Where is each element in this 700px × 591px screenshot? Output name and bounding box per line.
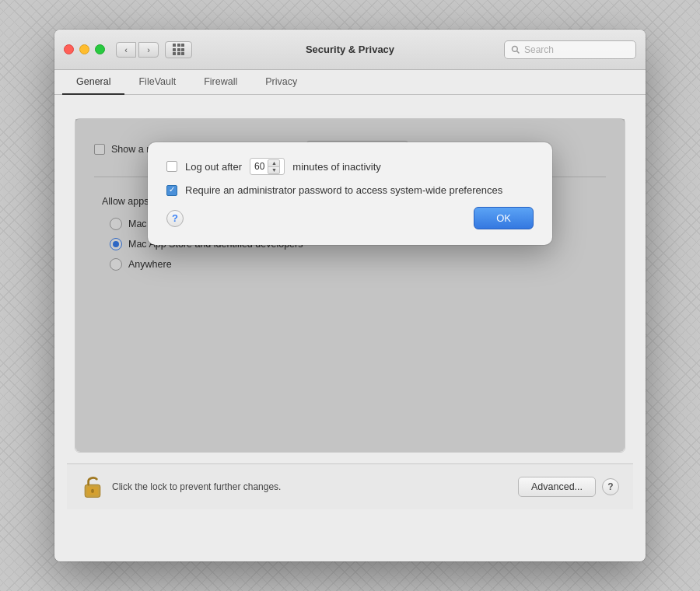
logout-checkbox[interactable]: [166, 161, 177, 172]
help-button[interactable]: ?: [602, 478, 619, 495]
svg-line-1: [517, 51, 520, 53]
grid-button[interactable]: [165, 41, 192, 58]
advanced-button[interactable]: Advanced...: [518, 477, 596, 497]
dialog-overlay: Log out after 60 ▲ ▼ minutes of inactivi…: [75, 119, 625, 452]
titlebar: ‹ › Security & Privacy Search: [54, 30, 646, 70]
ok-button[interactable]: OK: [474, 207, 534, 229]
content-area: Show a message when the screen is locked…: [54, 95, 646, 561]
grid-icon: [173, 44, 184, 55]
tab-general[interactable]: General: [62, 70, 124, 95]
bottom-bar: Click the lock to prevent further change…: [67, 463, 633, 509]
lock-icon[interactable]: [81, 474, 104, 500]
forward-button[interactable]: ›: [138, 42, 159, 58]
logout-row: Log out after 60 ▲ ▼ minutes of inactivi…: [166, 158, 534, 175]
tab-filevault[interactable]: FileVault: [124, 70, 190, 95]
back-button[interactable]: ‹: [116, 42, 136, 58]
close-button[interactable]: [64, 44, 74, 54]
minimize-button[interactable]: [79, 44, 89, 54]
minutes-suffix: minutes of inactivity: [292, 161, 380, 173]
window-title: Security & Privacy: [306, 44, 394, 55]
tabs: General FileVault Firewall Privacy: [54, 70, 646, 95]
require-admin-row: ✓ Require an administrator password to a…: [166, 184, 534, 196]
minutes-stepper: ▲ ▼: [268, 159, 280, 174]
system-preferences-window: ‹ › Security & Privacy Search General Fi…: [54, 30, 646, 561]
require-admin-label: Require an administrator password to acc…: [185, 184, 502, 196]
minutes-value: 60: [254, 161, 264, 172]
tab-firewall[interactable]: Firewall: [190, 70, 251, 95]
search-placeholder: Search: [524, 44, 554, 55]
dialog-help-button[interactable]: ?: [166, 210, 184, 227]
logout-label: Log out after: [185, 161, 242, 173]
nav-buttons: ‹ ›: [116, 42, 159, 58]
dialog-footer: ? OK: [166, 207, 534, 229]
main-panel: Show a message when the screen is locked…: [75, 118, 625, 453]
search-box[interactable]: Search: [504, 40, 636, 59]
svg-point-0: [513, 46, 518, 51]
advanced-dialog: Log out after 60 ▲ ▼ minutes of inactivi…: [148, 142, 552, 245]
minutes-down[interactable]: ▼: [268, 166, 280, 174]
lock-text: Click the lock to prevent further change…: [112, 481, 518, 492]
require-admin-checkbox[interactable]: ✓: [166, 185, 177, 196]
tab-privacy[interactable]: Privacy: [251, 70, 311, 95]
maximize-button[interactable]: [95, 44, 105, 54]
svg-rect-4: [91, 489, 94, 493]
search-icon: [511, 45, 520, 54]
checkmark-icon: ✓: [169, 186, 175, 194]
traffic-lights: [64, 44, 105, 54]
